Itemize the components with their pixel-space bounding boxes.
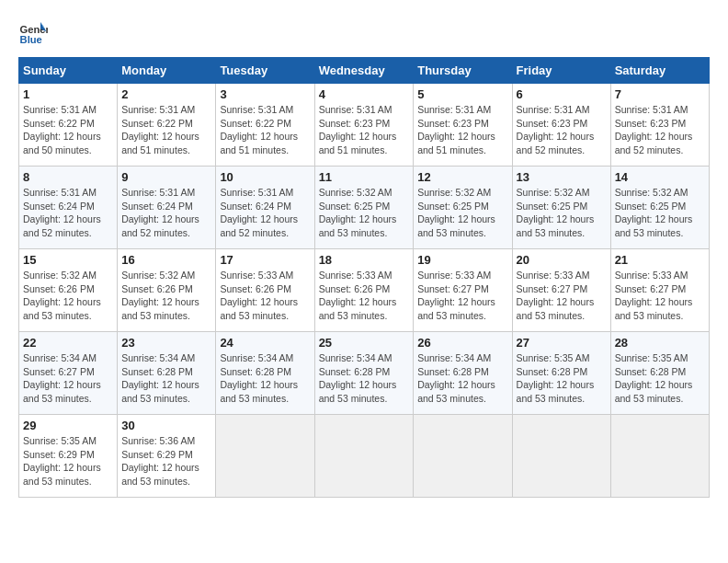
day-number: 29 <box>23 419 113 432</box>
calendar-cell: 11 Sunrise: 5:32 AM Sunset: 6:25 PM Dayl… <box>314 167 414 249</box>
calendar-cell: 29 Sunrise: 5:35 AM Sunset: 6:29 PM Dayl… <box>19 415 118 498</box>
calendar-cell: 27 Sunrise: 5:35 AM Sunset: 6:28 PM Dayl… <box>512 332 610 415</box>
day-number: 7 <box>615 87 705 101</box>
day-info: Sunrise: 5:34 AM Sunset: 6:28 PM Dayligh… <box>319 351 410 406</box>
day-number: 25 <box>319 336 410 350</box>
day-number: 12 <box>417 170 507 184</box>
calendar-cell: 16 Sunrise: 5:32 AM Sunset: 6:26 PM Dayl… <box>118 249 216 332</box>
calendar-cell: 2 Sunrise: 5:31 AM Sunset: 6:22 PM Dayli… <box>118 84 216 167</box>
weekday-header-thursday: Thursday <box>414 58 512 84</box>
day-info: Sunrise: 5:32 AM Sunset: 6:25 PM Dayligh… <box>319 186 410 240</box>
day-info: Sunrise: 5:31 AM Sunset: 6:24 PM Dayligh… <box>121 186 211 240</box>
day-info: Sunrise: 5:33 AM Sunset: 6:27 PM Dayligh… <box>615 269 705 323</box>
day-number: 30 <box>121 419 211 432</box>
day-info: Sunrise: 5:31 AM Sunset: 6:23 PM Dayligh… <box>417 103 507 157</box>
day-info: Sunrise: 5:34 AM Sunset: 6:27 PM Dayligh… <box>23 351 113 406</box>
weekday-header-sunday: Sunday <box>19 58 118 84</box>
day-info: Sunrise: 5:34 AM Sunset: 6:28 PM Dayligh… <box>121 351 211 406</box>
calendar-cell: 6 Sunrise: 5:31 AM Sunset: 6:23 PM Dayli… <box>512 84 610 167</box>
day-info: Sunrise: 5:34 AM Sunset: 6:28 PM Dayligh… <box>417 351 507 406</box>
day-info: Sunrise: 5:32 AM Sunset: 6:26 PM Dayligh… <box>23 269 113 323</box>
calendar-cell <box>610 415 709 498</box>
day-info: Sunrise: 5:32 AM Sunset: 6:25 PM Dayligh… <box>417 186 507 240</box>
day-info: Sunrise: 5:31 AM Sunset: 6:22 PM Dayligh… <box>23 103 113 157</box>
calendar-week-4: 22 Sunrise: 5:34 AM Sunset: 6:27 PM Dayl… <box>19 332 710 415</box>
logo: General Blue <box>18 18 51 48</box>
calendar-week-5: 29 Sunrise: 5:35 AM Sunset: 6:29 PM Dayl… <box>19 415 710 498</box>
day-number: 6 <box>517 87 607 101</box>
calendar-cell: 20 Sunrise: 5:33 AM Sunset: 6:27 PM Dayl… <box>512 249 610 332</box>
day-info: Sunrise: 5:31 AM Sunset: 6:24 PM Dayligh… <box>220 186 310 240</box>
calendar-cell <box>512 415 610 498</box>
calendar-cell: 10 Sunrise: 5:31 AM Sunset: 6:24 PM Dayl… <box>216 167 314 249</box>
weekday-row: SundayMondayTuesdayWednesdayThursdayFrid… <box>19 58 710 84</box>
day-number: 27 <box>517 336 607 350</box>
calendar-week-1: 1 Sunrise: 5:31 AM Sunset: 6:22 PM Dayli… <box>19 84 710 167</box>
calendar: SundayMondayTuesdayWednesdayThursdayFrid… <box>18 57 710 498</box>
calendar-cell: 4 Sunrise: 5:31 AM Sunset: 6:23 PM Dayli… <box>314 84 414 167</box>
calendar-cell: 26 Sunrise: 5:34 AM Sunset: 6:28 PM Dayl… <box>414 332 512 415</box>
day-number: 2 <box>121 87 211 101</box>
calendar-week-3: 15 Sunrise: 5:32 AM Sunset: 6:26 PM Dayl… <box>19 249 710 332</box>
day-info: Sunrise: 5:35 AM Sunset: 6:28 PM Dayligh… <box>517 351 607 406</box>
day-number: 13 <box>517 170 607 184</box>
day-number: 16 <box>121 253 211 267</box>
weekday-header-monday: Monday <box>118 58 216 84</box>
calendar-cell: 17 Sunrise: 5:33 AM Sunset: 6:26 PM Dayl… <box>216 249 314 332</box>
weekday-header-saturday: Saturday <box>610 58 709 84</box>
day-number: 18 <box>319 253 410 267</box>
day-info: Sunrise: 5:33 AM Sunset: 6:26 PM Dayligh… <box>220 269 310 323</box>
calendar-cell <box>216 415 314 498</box>
calendar-cell: 22 Sunrise: 5:34 AM Sunset: 6:27 PM Dayl… <box>19 332 118 415</box>
day-info: Sunrise: 5:33 AM Sunset: 6:27 PM Dayligh… <box>517 269 607 323</box>
calendar-cell <box>314 415 414 498</box>
day-number: 21 <box>615 253 705 267</box>
day-info: Sunrise: 5:35 AM Sunset: 6:29 PM Dayligh… <box>23 434 113 488</box>
day-info: Sunrise: 5:35 AM Sunset: 6:28 PM Dayligh… <box>615 351 705 406</box>
day-info: Sunrise: 5:31 AM Sunset: 6:23 PM Dayligh… <box>517 103 607 157</box>
day-number: 23 <box>121 336 211 350</box>
day-number: 5 <box>417 87 507 101</box>
day-info: Sunrise: 5:34 AM Sunset: 6:28 PM Dayligh… <box>220 351 310 406</box>
day-number: 26 <box>417 336 507 350</box>
calendar-cell: 7 Sunrise: 5:31 AM Sunset: 6:23 PM Dayli… <box>610 84 709 167</box>
day-number: 28 <box>615 336 705 350</box>
calendar-cell: 9 Sunrise: 5:31 AM Sunset: 6:24 PM Dayli… <box>118 167 216 249</box>
calendar-cell: 8 Sunrise: 5:31 AM Sunset: 6:24 PM Dayli… <box>19 167 118 249</box>
calendar-cell: 25 Sunrise: 5:34 AM Sunset: 6:28 PM Dayl… <box>314 332 414 415</box>
logo-icon: General Blue <box>18 18 48 48</box>
calendar-cell: 12 Sunrise: 5:32 AM Sunset: 6:25 PM Dayl… <box>414 167 512 249</box>
day-number: 20 <box>517 253 607 267</box>
page-container: General Blue SundayMondayTuesdayWednesda… <box>18 18 710 498</box>
calendar-cell: 23 Sunrise: 5:34 AM Sunset: 6:28 PM Dayl… <box>118 332 216 415</box>
day-info: Sunrise: 5:33 AM Sunset: 6:27 PM Dayligh… <box>417 269 507 323</box>
calendar-week-2: 8 Sunrise: 5:31 AM Sunset: 6:24 PM Dayli… <box>19 167 710 249</box>
calendar-cell: 13 Sunrise: 5:32 AM Sunset: 6:25 PM Dayl… <box>512 167 610 249</box>
day-number: 9 <box>121 170 211 184</box>
day-info: Sunrise: 5:32 AM Sunset: 6:26 PM Dayligh… <box>121 269 211 323</box>
calendar-body: 1 Sunrise: 5:31 AM Sunset: 6:22 PM Dayli… <box>19 84 710 498</box>
calendar-cell: 21 Sunrise: 5:33 AM Sunset: 6:27 PM Dayl… <box>610 249 709 332</box>
calendar-cell: 30 Sunrise: 5:36 AM Sunset: 6:29 PM Dayl… <box>118 415 216 498</box>
day-number: 8 <box>23 170 113 184</box>
calendar-cell: 5 Sunrise: 5:31 AM Sunset: 6:23 PM Dayli… <box>414 84 512 167</box>
calendar-cell: 14 Sunrise: 5:32 AM Sunset: 6:25 PM Dayl… <box>610 167 709 249</box>
day-info: Sunrise: 5:31 AM Sunset: 6:23 PM Dayligh… <box>615 103 705 157</box>
day-info: Sunrise: 5:32 AM Sunset: 6:25 PM Dayligh… <box>615 186 705 240</box>
day-info: Sunrise: 5:33 AM Sunset: 6:26 PM Dayligh… <box>319 269 410 323</box>
weekday-header-friday: Friday <box>512 58 610 84</box>
calendar-cell: 19 Sunrise: 5:33 AM Sunset: 6:27 PM Dayl… <box>414 249 512 332</box>
day-number: 1 <box>23 87 113 101</box>
day-number: 11 <box>319 170 410 184</box>
calendar-cell: 18 Sunrise: 5:33 AM Sunset: 6:26 PM Dayl… <box>314 249 414 332</box>
calendar-cell: 15 Sunrise: 5:32 AM Sunset: 6:26 PM Dayl… <box>19 249 118 332</box>
day-info: Sunrise: 5:31 AM Sunset: 6:24 PM Dayligh… <box>23 186 113 240</box>
day-info: Sunrise: 5:32 AM Sunset: 6:25 PM Dayligh… <box>517 186 607 240</box>
day-number: 3 <box>220 87 310 101</box>
day-info: Sunrise: 5:31 AM Sunset: 6:23 PM Dayligh… <box>319 103 410 157</box>
header: General Blue <box>18 18 710 48</box>
calendar-cell: 3 Sunrise: 5:31 AM Sunset: 6:22 PM Dayli… <box>216 84 314 167</box>
calendar-cell: 1 Sunrise: 5:31 AM Sunset: 6:22 PM Dayli… <box>19 84 118 167</box>
day-number: 22 <box>23 336 113 350</box>
calendar-cell: 28 Sunrise: 5:35 AM Sunset: 6:28 PM Dayl… <box>610 332 709 415</box>
